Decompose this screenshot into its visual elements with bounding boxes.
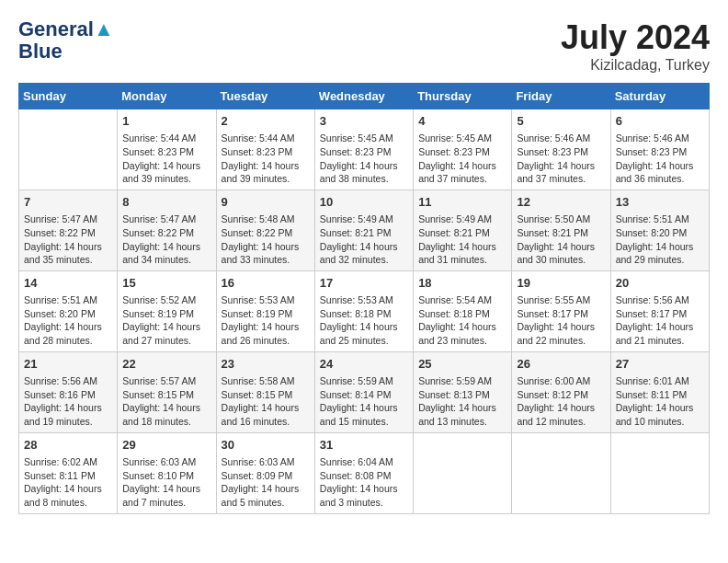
day-cell: 18Sunrise: 5:54 AM Sunset: 8:18 PM Dayli…: [414, 270, 512, 351]
day-cell: 16Sunrise: 5:53 AM Sunset: 8:19 PM Dayli…: [216, 270, 314, 351]
day-info: Sunrise: 5:45 AM Sunset: 8:23 PM Dayligh…: [320, 132, 408, 186]
day-number: 25: [418, 356, 506, 373]
day-info: Sunrise: 6:01 AM Sunset: 8:11 PM Dayligh…: [616, 374, 704, 429]
column-header-saturday: Saturday: [610, 84, 709, 109]
day-cell: 9Sunrise: 5:48 AM Sunset: 8:22 PM Daylig…: [216, 190, 314, 270]
day-number: 13: [616, 194, 704, 211]
day-cell: 14Sunrise: 5:51 AM Sunset: 8:20 PM Dayli…: [19, 270, 118, 351]
day-cell: 26Sunrise: 6:00 AM Sunset: 8:12 PM Dayli…: [512, 351, 610, 432]
day-number: 19: [517, 275, 605, 292]
month-title: July 2024: [561, 18, 710, 57]
day-cell: 20Sunrise: 5:56 AM Sunset: 8:17 PM Dayli…: [610, 270, 709, 351]
day-cell: 31Sunrise: 6:04 AM Sunset: 8:08 PM Dayli…: [314, 432, 413, 513]
day-number: 3: [320, 113, 408, 130]
day-cell: 12Sunrise: 5:50 AM Sunset: 8:21 PM Dayli…: [512, 190, 610, 270]
day-info: Sunrise: 5:52 AM Sunset: 8:19 PM Dayligh…: [122, 293, 210, 348]
day-cell: 29Sunrise: 6:03 AM Sunset: 8:10 PM Dayli…: [118, 432, 216, 513]
week-row-5: 28Sunrise: 6:02 AM Sunset: 8:11 PM Dayli…: [19, 432, 710, 513]
day-number: 16: [222, 275, 310, 292]
day-cell: 1Sunrise: 5:44 AM Sunset: 8:23 PM Daylig…: [118, 109, 216, 190]
day-number: 17: [320, 275, 408, 292]
day-info: Sunrise: 5:59 AM Sunset: 8:13 PM Dayligh…: [418, 374, 506, 429]
day-info: Sunrise: 5:56 AM Sunset: 8:17 PM Dayligh…: [616, 293, 704, 348]
week-row-3: 14Sunrise: 5:51 AM Sunset: 8:20 PM Dayli…: [19, 270, 710, 351]
day-cell: 25Sunrise: 5:59 AM Sunset: 8:13 PM Dayli…: [414, 351, 512, 432]
week-row-1: 1Sunrise: 5:44 AM Sunset: 8:23 PM Daylig…: [19, 109, 710, 190]
day-number: 12: [517, 194, 605, 211]
day-number: 26: [517, 356, 605, 373]
day-number: 11: [418, 194, 506, 211]
day-number: 5: [517, 113, 605, 130]
day-info: Sunrise: 5:53 AM Sunset: 8:19 PM Dayligh…: [222, 293, 310, 348]
day-cell: [512, 432, 610, 513]
column-header-tuesday: Tuesday: [216, 84, 314, 109]
day-info: Sunrise: 5:53 AM Sunset: 8:18 PM Dayligh…: [320, 293, 408, 348]
day-info: Sunrise: 6:03 AM Sunset: 8:10 PM Dayligh…: [122, 455, 210, 510]
day-info: Sunrise: 5:56 AM Sunset: 8:16 PM Dayligh…: [24, 374, 112, 429]
day-info: Sunrise: 5:44 AM Sunset: 8:23 PM Dayligh…: [222, 132, 310, 186]
day-number: 14: [24, 275, 112, 292]
location: Kizilcadag, Turkey: [561, 57, 710, 74]
day-info: Sunrise: 5:47 AM Sunset: 8:22 PM Dayligh…: [122, 213, 210, 267]
day-number: 18: [418, 275, 506, 292]
day-info: Sunrise: 5:59 AM Sunset: 8:14 PM Dayligh…: [320, 374, 408, 429]
day-info: Sunrise: 5:46 AM Sunset: 8:23 PM Dayligh…: [616, 132, 704, 186]
day-number: 30: [222, 437, 310, 454]
day-number: 29: [122, 437, 210, 454]
day-info: Sunrise: 6:04 AM Sunset: 8:08 PM Dayligh…: [320, 455, 408, 510]
column-header-thursday: Thursday: [414, 84, 512, 109]
day-cell: 13Sunrise: 5:51 AM Sunset: 8:20 PM Dayli…: [610, 190, 709, 270]
day-info: Sunrise: 5:45 AM Sunset: 8:23 PM Dayligh…: [418, 132, 506, 186]
day-info: Sunrise: 6:03 AM Sunset: 8:09 PM Dayligh…: [222, 455, 310, 510]
day-number: 24: [320, 356, 408, 373]
day-number: 22: [122, 356, 210, 373]
week-row-4: 21Sunrise: 5:56 AM Sunset: 8:16 PM Dayli…: [19, 351, 710, 432]
day-cell: 10Sunrise: 5:49 AM Sunset: 8:21 PM Dayli…: [314, 190, 413, 270]
day-info: Sunrise: 5:48 AM Sunset: 8:22 PM Dayligh…: [222, 213, 310, 267]
day-cell: 24Sunrise: 5:59 AM Sunset: 8:14 PM Dayli…: [314, 351, 413, 432]
day-cell: 27Sunrise: 6:01 AM Sunset: 8:11 PM Dayli…: [610, 351, 709, 432]
day-cell: 17Sunrise: 5:53 AM Sunset: 8:18 PM Dayli…: [314, 270, 413, 351]
day-cell: 21Sunrise: 5:56 AM Sunset: 8:16 PM Dayli…: [19, 351, 118, 432]
day-number: 23: [222, 356, 310, 373]
calendar-header-row: SundayMondayTuesdayWednesdayThursdayFrid…: [19, 84, 710, 109]
day-cell: 2Sunrise: 5:44 AM Sunset: 8:23 PM Daylig…: [216, 109, 314, 190]
day-number: 15: [122, 275, 210, 292]
page-header: General▲Blue July 2024 Kizilcadag, Turke…: [18, 18, 710, 74]
logo: General▲Blue: [18, 18, 114, 63]
day-info: Sunrise: 5:47 AM Sunset: 8:22 PM Dayligh…: [24, 213, 112, 267]
day-number: 28: [24, 437, 112, 454]
day-info: Sunrise: 5:51 AM Sunset: 8:20 PM Dayligh…: [24, 293, 112, 348]
logo-text: General▲Blue: [18, 18, 114, 63]
day-cell: 6Sunrise: 5:46 AM Sunset: 8:23 PM Daylig…: [610, 109, 709, 190]
day-cell: 5Sunrise: 5:46 AM Sunset: 8:23 PM Daylig…: [512, 109, 610, 190]
day-cell: 23Sunrise: 5:58 AM Sunset: 8:15 PM Dayli…: [216, 351, 314, 432]
day-info: Sunrise: 5:55 AM Sunset: 8:17 PM Dayligh…: [517, 293, 605, 348]
day-cell: [610, 432, 709, 513]
column-header-sunday: Sunday: [19, 84, 118, 109]
day-info: Sunrise: 6:02 AM Sunset: 8:11 PM Dayligh…: [24, 455, 112, 510]
day-cell: [19, 109, 118, 190]
day-info: Sunrise: 5:46 AM Sunset: 8:23 PM Dayligh…: [517, 132, 605, 186]
day-number: 9: [222, 194, 310, 211]
day-info: Sunrise: 6:00 AM Sunset: 8:12 PM Dayligh…: [517, 374, 605, 429]
column-header-monday: Monday: [118, 84, 216, 109]
day-info: Sunrise: 5:49 AM Sunset: 8:21 PM Dayligh…: [320, 213, 408, 267]
day-info: Sunrise: 5:54 AM Sunset: 8:18 PM Dayligh…: [418, 293, 506, 348]
day-cell: 22Sunrise: 5:57 AM Sunset: 8:15 PM Dayli…: [118, 351, 216, 432]
column-header-wednesday: Wednesday: [314, 84, 413, 109]
day-number: 6: [616, 113, 704, 130]
day-cell: 19Sunrise: 5:55 AM Sunset: 8:17 PM Dayli…: [512, 270, 610, 351]
day-info: Sunrise: 5:50 AM Sunset: 8:21 PM Dayligh…: [517, 213, 605, 267]
day-number: 4: [418, 113, 506, 130]
day-number: 7: [24, 194, 112, 211]
day-cell: 4Sunrise: 5:45 AM Sunset: 8:23 PM Daylig…: [414, 109, 512, 190]
day-number: 8: [122, 194, 210, 211]
column-header-friday: Friday: [512, 84, 610, 109]
day-number: 2: [222, 113, 310, 130]
day-info: Sunrise: 5:57 AM Sunset: 8:15 PM Dayligh…: [122, 374, 210, 429]
week-row-2: 7Sunrise: 5:47 AM Sunset: 8:22 PM Daylig…: [19, 190, 710, 270]
day-cell: [414, 432, 512, 513]
day-number: 1: [122, 113, 210, 130]
title-block: July 2024 Kizilcadag, Turkey: [561, 18, 710, 74]
